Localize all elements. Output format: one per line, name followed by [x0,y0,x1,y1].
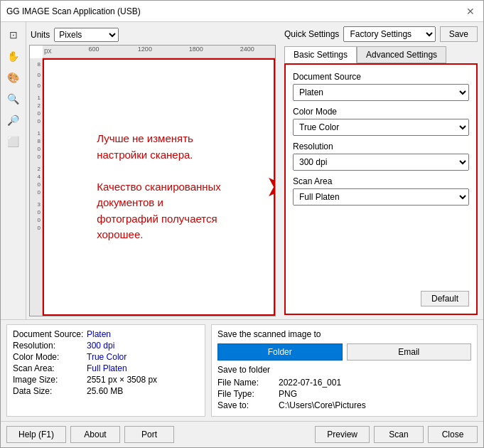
status-resolution-row: Resolution: 300 dpi [13,341,199,351]
status-color-mode-row: Color Mode: True Color [13,352,199,362]
settings-tabs: Basic Settings Advanced Settings [284,46,478,63]
preview-button[interactable]: Preview [315,426,370,443]
file-name-val: 2022-07-16_001 [279,378,341,388]
port-button[interactable]: Port [124,426,174,443]
status-doc-source-val: Platen [87,329,111,339]
save-button[interactable]: Save [440,26,478,42]
file-name-row: File Name: 2022-07-16_001 [217,378,471,388]
tab-basic[interactable]: Basic Settings [284,46,357,63]
scan-area-label: Scan Area [293,176,469,186]
main-content: ⊡ ✋ 🎨 🔍 🔎 ⬜ Units Pixels Inches Centimet… [1,22,483,319]
scan-area-select[interactable]: Full Platen A4 Letter [293,188,469,206]
status-data-size-val: 25.60 MB [87,386,123,396]
resolution-select[interactable]: 300 dpi 600 dpi 150 dpi 75 dpi [293,154,469,171]
quick-settings-label: Quick Settings [284,29,339,39]
left-panel: Units Pixels Inches Centimeters px 600 1… [26,22,279,319]
about-button[interactable]: About [70,426,120,443]
preview-line7: хорошее. [97,228,143,240]
color-mode-label: Color Mode [293,107,469,117]
document-source-group: Document Source Platen ADF [293,72,469,101]
arrow-indicator: ➤ [267,172,276,202]
action-right: Preview Scan Close [315,426,478,443]
resolution-label: Resolution [293,142,469,151]
file-type-row: File Type: PNG [217,389,471,399]
ruler-mark-1200: 1200 [138,46,152,53]
ruler-mark-1800: 1800 [189,46,203,53]
status-color-mode-val: True Color [87,352,127,362]
status-image-size-key: Image Size: [13,375,84,385]
status-image-size-val: 2551 px × 3508 px [87,375,157,385]
status-resolution-key: Resolution: [13,341,84,351]
folder-button[interactable]: Folder [217,343,343,361]
units-bar: Units Pixels Inches Centimeters [29,25,276,45]
status-resolution-val: 300 dpi [87,341,114,351]
preview-area: px 600 1200 1800 2400 8 0 0 1 2 0 [29,45,276,316]
color-mode-select[interactable]: True Color Grayscale Black & White [293,119,469,136]
scan-button[interactable]: Scan [374,426,424,443]
status-doc-source-row: Document Source: Platen [13,329,199,339]
resolution-group: Resolution 300 dpi 600 dpi 150 dpi 75 dp… [293,142,469,171]
action-row: Help (F1) About Port Preview Scan Close [1,421,483,447]
preview-text: Лучше не изменять настройки сканера. Кач… [82,117,235,257]
preview-line2: настройки сканера. [97,149,193,161]
close-icon[interactable]: ✕ [463,4,478,18]
preview-line5: документов и [97,196,163,208]
pan-tool-btn[interactable]: ✋ [4,46,23,66]
save-to-key: Save to: [217,400,274,410]
status-color-mode-key: Color Mode: [13,352,84,362]
ruler-mark-600: 600 [88,46,99,53]
save-to-folder-label: Save to folder [217,365,471,375]
bottom-bar: Document Source: Platen Resolution: 300 … [1,319,483,421]
status-panel: Document Source: Platen Resolution: 300 … [6,324,205,417]
left-toolbar: ⊡ ✋ 🎨 🔍 🔎 ⬜ [1,22,26,319]
status-data-size-key: Data Size: [13,386,84,396]
main-window: GG IMAGE Scan Application (USB) ✕ ⊡ ✋ 🎨 … [0,0,484,448]
ruler-left: 8 0 0 1 2 0 0 1 8 0 0 2 4 0 0 3 0 [30,58,43,316]
status-image-size-row: Image Size: 2551 px × 3508 px [13,375,199,385]
units-select[interactable]: Pixels Inches Centimeters [54,28,119,42]
zoom-out-btn[interactable]: 🔎 [4,110,23,130]
file-name-key: File Name: [217,378,274,388]
color-tool-btn[interactable]: 🎨 [4,68,23,87]
document-source-label: Document Source [293,72,469,82]
ruler-mark-2400: 2400 [240,46,254,53]
help-button[interactable]: Help (F1) [6,426,66,443]
quick-settings-bar: Quick Settings Factory Settings Custom S… [284,26,478,42]
preview-line1: Лучше не изменять [97,132,193,144]
settings-box: Document Source Platen ADF Color Mode Tr… [284,63,478,315]
default-button[interactable]: Default [421,291,469,306]
units-label: Units [31,30,50,40]
scan-preview: Лучше не изменять настройки сканера. Кач… [43,58,275,316]
close-dialog-button[interactable]: Close [428,426,478,443]
color-mode-group: Color Mode True Color Grayscale Black & … [293,107,469,136]
status-scan-area-key: Scan Area: [13,363,84,373]
tab-advanced[interactable]: Advanced Settings [357,46,446,63]
preview-line6: фотографий получается [97,213,217,225]
status-scan-area-row: Scan Area: Full Platen [13,363,199,373]
zoom-in-btn[interactable]: 🔍 [4,89,23,109]
right-panel: Quick Settings Factory Settings Custom S… [279,22,483,319]
save-dest-btns: Folder Email [217,343,471,361]
quick-settings-select[interactable]: Factory Settings Custom [343,26,435,42]
email-button[interactable]: Email [347,343,472,361]
status-data-size-row: Data Size: 25.60 MB [13,386,199,396]
document-source-select[interactable]: Platen ADF [293,84,469,101]
action-left: Help (F1) About Port [6,426,174,443]
save-panel: Save the scanned image to Folder Email S… [211,324,478,417]
ruler-top: px 600 1200 1800 2400 [43,46,275,58]
titlebar: GG IMAGE Scan Application (USB) ✕ [1,1,483,22]
save-to-val: C:\Users\Core\Pictures [279,400,366,410]
status-scan-area-val: Full Platen [87,363,127,373]
save-panel-title: Save the scanned image to [217,329,471,339]
crop-tool-btn[interactable]: ⊡ [4,25,23,45]
settings-tool-btn[interactable]: ⬜ [4,132,23,151]
status-doc-source-key: Document Source: [13,329,84,339]
scan-area-group: Scan Area Full Platen A4 Letter [293,176,469,206]
preview-line4: Качество сканированных [97,181,221,193]
save-to-row: Save to: C:\Users\Core\Pictures [217,400,471,410]
file-type-key: File Type: [217,389,274,399]
window-title: GG IMAGE Scan Application (USB) [6,6,141,16]
file-type-val: PNG [279,389,297,399]
